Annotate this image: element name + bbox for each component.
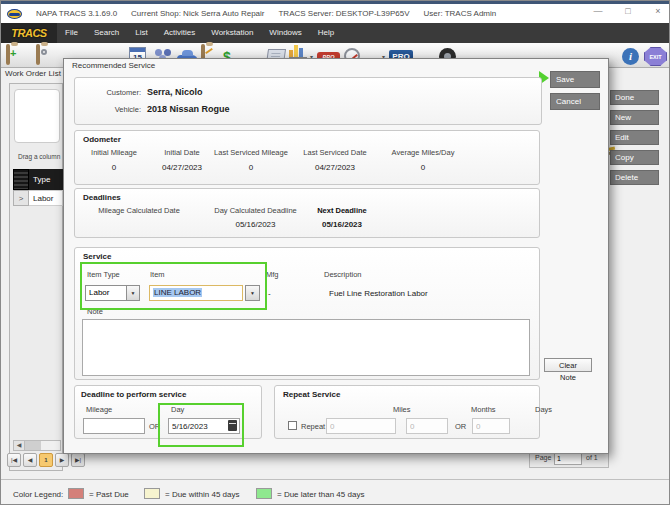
day-highlight-rect [158, 403, 244, 447]
legend-swatch-due-45 [144, 488, 160, 499]
new-workorder-icon[interactable]: + [6, 46, 10, 66]
save-button[interactable]: Save [550, 71, 600, 88]
last-serviced-mileage-value: 0 [201, 163, 301, 172]
current-shop: Current Shop: Nick Serra Auto Repair [131, 10, 264, 18]
info-icon[interactable]: i [622, 46, 639, 66]
napa-logo-icon [7, 9, 22, 19]
mileage-calc-date-label: Mileage Calculated Date [83, 206, 195, 215]
repeat-label: Repeat [301, 422, 325, 431]
mileage-input[interactable] [83, 418, 145, 434]
scroll-left-icon[interactable]: ◀ [14, 441, 25, 450]
menu-search[interactable]: Search [86, 23, 127, 43]
mileage-label: Mileage [86, 405, 112, 414]
horizontal-scrollbar[interactable]: ◀ [13, 440, 61, 451]
done-button[interactable]: Done [610, 90, 659, 105]
page-of-label: of 1 [586, 454, 598, 461]
find-workorder-icon[interactable] [36, 46, 40, 66]
new-button[interactable]: New [610, 110, 659, 125]
average-miles-day-value: 0 [369, 163, 477, 172]
months-label: Months [471, 405, 496, 414]
miles-label: Miles [393, 405, 411, 414]
customer-value: Serra, Nicolo [147, 87, 203, 97]
pager-prev-button[interactable]: ◀ [23, 453, 37, 467]
next-deadline-value: 05/16/2023 [297, 220, 387, 229]
odometer-title: Odometer [83, 135, 121, 144]
clipboard-shape [36, 44, 40, 65]
vehicle-label: Vehicle: [91, 105, 141, 114]
delete-button[interactable]: Delete [610, 170, 659, 185]
day-calc-deadline-label: Day Calculated Deadline [203, 206, 308, 215]
average-miles-day-label: Average Miles/Day [369, 148, 477, 157]
deadlines-title: Deadlines [83, 193, 121, 202]
customer-box: Customer: Serra, Nicolo Vehicle: 2018 Ni… [74, 77, 542, 125]
menu-help[interactable]: Help [310, 23, 342, 43]
menu-activities[interactable]: Activities [156, 23, 204, 43]
menu-workstation[interactable]: Workstation [203, 23, 261, 43]
legend-label: Color Legend: [13, 490, 63, 499]
filter-card [14, 89, 60, 143]
drag-column-hint: Drag a column [18, 154, 60, 161]
repeat-checkbox[interactable] [288, 421, 297, 430]
menu-windows[interactable]: Windows [261, 23, 309, 43]
pager-next-button[interactable]: ▶ [55, 453, 69, 467]
months-input[interactable] [406, 418, 448, 434]
next-deadline-label: Next Deadline [297, 206, 387, 215]
cancel-button[interactable]: Cancel [550, 93, 600, 110]
application-window: NAPA TRACS 3.1.69.0 Current Shop: Nick S… [0, 0, 670, 505]
pager-page-1-button[interactable]: 1 [39, 453, 53, 467]
plus-glyph: + [10, 47, 16, 59]
tracs-server: TRACS Server: DESKTOP-L39P65V [278, 10, 409, 18]
page-label: Page [535, 454, 551, 461]
scrollbar-thumb[interactable] [25, 441, 41, 450]
mfg-label: Mfg [266, 270, 279, 279]
repeat-service-title: Repeat Service [283, 390, 340, 399]
menu-list[interactable]: List [127, 23, 155, 43]
description-value: Fuel Line Restoration Labor [329, 289, 428, 298]
vehicle-value: 2018 Nissan Rogue [147, 104, 230, 114]
table-corner-cell [13, 169, 29, 190]
edit-button[interactable]: Edit [610, 130, 659, 145]
workorder-list-title: Work Order List [5, 70, 61, 78]
description-label: Description [324, 270, 362, 279]
days-input[interactable] [472, 418, 510, 434]
tracs-logo: TRACS [1, 23, 57, 43]
legend-swatch-past-due [68, 488, 84, 499]
odometer-box: Odometer Initial Mileage Initial Date La… [74, 130, 540, 185]
maximize-button[interactable]: □ [621, 6, 635, 16]
titlebar: NAPA TRACS 3.1.69.0 Current Shop: Nick S… [1, 4, 670, 23]
reports-icon[interactable] [289, 45, 307, 59]
legend-swatch-due-later [256, 488, 272, 499]
service-highlight-rect [80, 262, 267, 310]
close-button[interactable]: × [651, 6, 665, 16]
pager-first-button[interactable]: |◀ [7, 453, 21, 467]
legend-due-45: = Due within 45 days [165, 490, 240, 499]
clear-note-button[interactable]: Clear Note [544, 358, 592, 372]
service-title: Service [83, 252, 111, 261]
miles-input[interactable] [326, 418, 396, 434]
clipboard-shape: + [6, 44, 10, 65]
table-row[interactable]: Labor [29, 190, 63, 206]
last-serviced-mileage-label: Last Serviced Mileage [201, 148, 301, 157]
table-header-type[interactable]: Type [29, 169, 63, 190]
menu-file[interactable]: File [57, 23, 86, 43]
legend-due-later: = Due later than 45 days [277, 490, 364, 499]
dialog-title: Recommended Service [72, 62, 155, 70]
repeat-or-label: OR [455, 422, 466, 431]
magnifier-glyph [41, 49, 47, 55]
legend-past-due: = Past Due [89, 490, 129, 499]
pager-last-button[interactable]: ▶| [71, 453, 85, 467]
menubar: TRACS File Search List Activities Workst… [1, 23, 670, 43]
deadline-perform-title: Deadline to perform service [81, 390, 186, 399]
row-selector[interactable]: > [13, 190, 29, 206]
note-textarea[interactable] [82, 319, 530, 376]
copy-button[interactable]: Copy [610, 150, 659, 165]
exit-icon[interactable]: EXIT [644, 46, 667, 66]
mfg-value: - [268, 289, 271, 298]
app-title: NAPA TRACS 3.1.69.0 [36, 10, 117, 18]
initial-mileage-value: 0 [83, 163, 145, 172]
day-calc-deadline-value: 05/16/2023 [203, 220, 308, 229]
days-label: Days [535, 405, 552, 414]
current-user: User: TRACS Admin [424, 10, 497, 18]
initial-mileage-label: Initial Mileage [83, 148, 145, 157]
minimize-button[interactable]: — [591, 6, 605, 16]
